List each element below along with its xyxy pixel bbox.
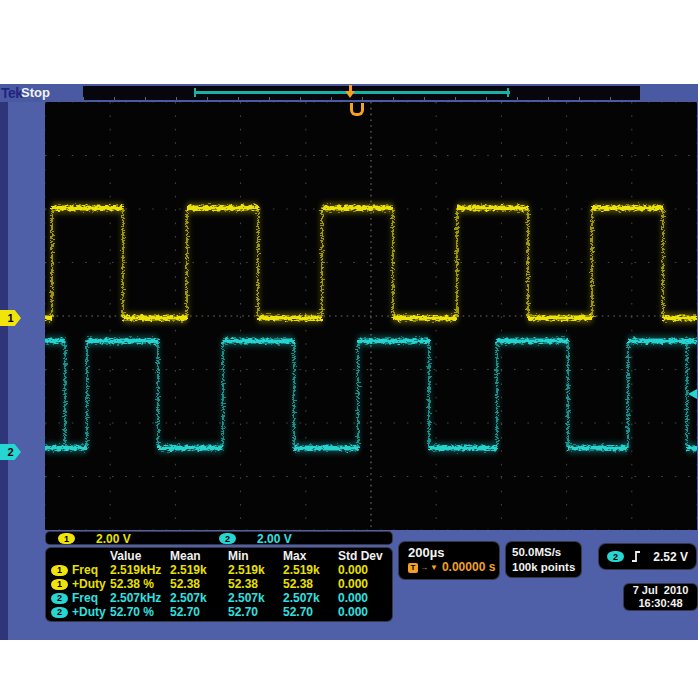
measurement-name: Freq	[72, 563, 98, 577]
measurement-name: +Duty	[72, 577, 106, 591]
col-min: Min	[228, 549, 283, 563]
channel1-marker-label: 1	[7, 312, 13, 324]
trigger-t-icon: T	[408, 563, 418, 573]
measurement-value: 52.38 %	[110, 577, 170, 591]
measurement-std: 0.000	[338, 591, 392, 605]
oscilloscope-screenshot: Tek Stop 1 2	[0, 0, 700, 700]
sample-rate: 50.0MS/s	[512, 545, 581, 560]
waveform-display	[45, 102, 697, 530]
measurement-max: 52.70	[283, 605, 338, 619]
arrow-right-icon: →	[420, 560, 428, 575]
measurement-value: 52.70 %	[110, 605, 170, 619]
measurements-header-row: Value Mean Min Max Std Dev	[46, 549, 392, 563]
measurement-max: 2.519k	[283, 563, 338, 577]
arrow-down-icon: ▼	[430, 560, 438, 575]
measurement-mean: 52.70	[170, 605, 228, 619]
measurement-value: 2.507kHz	[110, 591, 170, 605]
trigger-level-arrow-icon	[688, 389, 697, 399]
acquisition-status: Stop	[21, 85, 50, 100]
channel2-badge: 2	[51, 607, 68, 618]
timebase-delay: T → ▼ 0.00000 s	[408, 560, 499, 575]
measurement-min: 2.507k	[228, 591, 283, 605]
measurement-std: 0.000	[338, 577, 392, 591]
trigger-source-badge: 2	[607, 551, 624, 562]
channel1-badge: 1	[58, 533, 75, 544]
record-view-bar	[83, 86, 640, 100]
time: 16:30:48	[638, 597, 682, 610]
channel-scale-bar: 1 2.00 V 2 2.00 V	[45, 531, 393, 545]
datetime-readout: 7 Jul 2010 16:30:48	[623, 583, 698, 611]
measurement-row-ch1-duty: 1+Duty 52.38 % 52.38 52.38 52.38 0.000	[46, 577, 392, 591]
measurement-std: 0.000	[338, 563, 392, 577]
measurement-min: 2.519k	[228, 563, 283, 577]
record-length: 100k points	[512, 560, 581, 575]
measurement-mean: 2.507k	[170, 591, 228, 605]
col-value: Value	[110, 549, 170, 563]
trigger-position-arrow-icon	[345, 85, 356, 99]
measurement-min: 52.70	[228, 605, 283, 619]
record-window-bracket-right	[507, 88, 509, 97]
trigger-point-marker-icon	[350, 103, 364, 116]
col-mean: Mean	[170, 549, 228, 563]
measurements-panel: Value Mean Min Max Std Dev 1Freq 2.519kH…	[45, 547, 393, 622]
measurement-row-ch1-freq: 1Freq 2.519kHz 2.519k 2.519k 2.519k 0.00…	[46, 563, 392, 577]
measurement-min: 52.38	[228, 577, 283, 591]
tek-logo: Tek	[1, 85, 23, 101]
measurement-row-ch2-freq: 2Freq 2.507kHz 2.507k 2.507k 2.507k 0.00…	[46, 591, 392, 605]
measurement-value: 2.519kHz	[110, 563, 170, 577]
rising-edge-icon	[631, 550, 641, 563]
record-window-bracket-left	[194, 88, 196, 97]
measurement-mean: 52.38	[170, 577, 228, 591]
channel2-marker-label: 2	[7, 446, 13, 458]
acquisition-readout: 50.0MS/s 100k points	[505, 541, 582, 578]
measurement-std: 0.000	[338, 605, 392, 619]
record-view-ticks	[83, 97, 640, 100]
measurement-mean: 2.519k	[170, 563, 228, 577]
date: 7 Jul 2010	[633, 584, 689, 597]
waveform-svg	[45, 102, 697, 530]
col-max: Max	[283, 549, 338, 563]
channel2-badge: 2	[51, 593, 68, 604]
trigger-level: 2.52 V	[653, 550, 688, 564]
measurement-max: 2.507k	[283, 591, 338, 605]
channel2-scale: 2.00 V	[257, 532, 292, 546]
measurement-name: +Duty	[72, 605, 106, 619]
timebase-readout: 200µs T → ▼ 0.00000 s	[398, 541, 500, 580]
bezel-left-strip	[0, 84, 8, 640]
channel1-scale: 2.00 V	[96, 532, 131, 546]
trigger-readout: 2 2.52 V	[598, 543, 697, 570]
measurement-name: Freq	[72, 591, 98, 605]
channel2-badge: 2	[219, 533, 236, 544]
channel1-badge: 1	[51, 579, 68, 590]
col-stddev: Std Dev	[338, 549, 392, 563]
channel1-badge: 1	[51, 565, 68, 576]
measurement-row-ch2-duty: 2+Duty 52.70 % 52.70 52.70 52.70 0.000	[46, 605, 392, 619]
timebase-scale: 200µs	[408, 545, 499, 560]
delay-value: 0.00000 s	[442, 560, 495, 575]
measurement-max: 52.38	[283, 577, 338, 591]
